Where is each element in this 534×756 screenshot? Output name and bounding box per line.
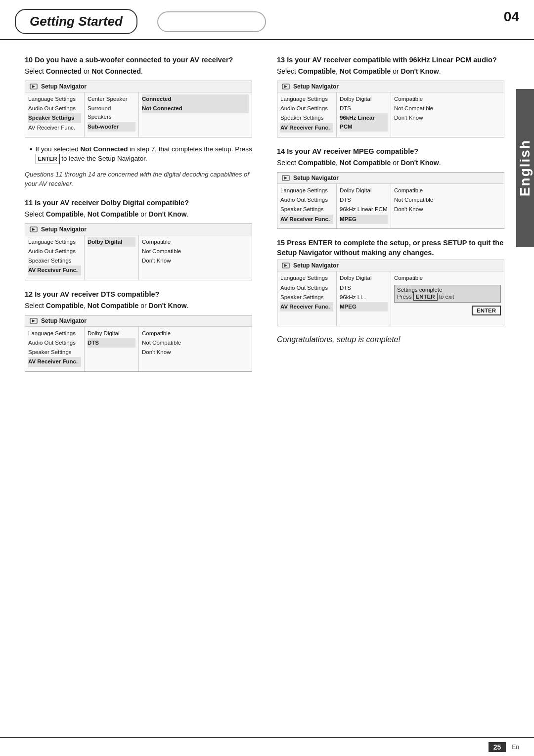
side-tab-label: English <box>517 139 533 196</box>
nav-box-10-body: Language Settings Audio Out Settings Spe… <box>25 92 252 137</box>
page-lang-en: En <box>512 744 519 751</box>
section-10: 10 Do you have a sub-woofer connected to… <box>25 55 252 189</box>
setup-navigator-icon <box>281 83 290 90</box>
nav-box-12-title: Setup Navigator <box>41 317 87 324</box>
nav-col1-13: Language Settings Audio Out Settings Spe… <box>277 92 337 137</box>
section-14: 14 Is your AV receiver MPEG compatible? … <box>277 146 504 229</box>
setup-navigator-icon <box>29 226 38 233</box>
section-10-note: Questions 11 through 14 are concerned wi… <box>25 170 252 189</box>
setup-navigator-icon <box>281 262 290 269</box>
nav-col1-11: Language Settings Audio Out Settings Spe… <box>25 235 85 280</box>
nav-row: Language Settings <box>28 94 81 104</box>
nav-box-11-body: Language Settings Audio Out Settings Spe… <box>25 235 252 280</box>
nav-col2-11: Dolby Digital <box>85 235 139 280</box>
nav-row: Speaker Settings <box>280 113 333 123</box>
section-10-subtext: Select Connected or Not Connected. <box>25 67 252 77</box>
nav-col3-12: Compatible Not Compatible Don't Know <box>139 327 252 371</box>
nav-box-10-title: Setup Navigator <box>41 83 87 90</box>
nav-box-14-body: Language Settings Audio Out Settings Spe… <box>277 184 504 228</box>
press-enter-text: Press ENTER to exit <box>397 293 498 301</box>
settings-complete-box: Settings complete Press ENTER to exit <box>394 285 501 303</box>
section-12: 12 Is your AV receiver DTS compatible? S… <box>25 289 252 372</box>
nav-row: Audio Out Settings <box>28 247 81 256</box>
section-11-subtext: Select Compatible, Not Compatible or Don… <box>25 210 252 220</box>
nav-box-13-body: Language Settings Audio Out Settings Spe… <box>277 92 504 137</box>
nav-row: Compatible <box>142 329 249 338</box>
enter-key-inline: ENTER <box>36 154 60 164</box>
nav-col2-15: Dolby Digital DTS 96kHz Li... MPEG <box>337 271 391 326</box>
nav-col1-15: Language Settings Audio Out Settings Spe… <box>277 271 337 326</box>
nav-box-13-header: Setup Navigator <box>277 81 504 92</box>
congratulations-text: Congratulations, setup is complete! <box>277 335 504 344</box>
nav-row: Speaker Settings <box>28 113 81 123</box>
nav-box-15: Setup Navigator Language Settings Audio … <box>277 260 504 326</box>
nav-row: Sub-woofer <box>88 122 135 132</box>
bullet-text: If you selected Not Connected in step 7,… <box>36 144 252 164</box>
svg-marker-1 <box>32 85 35 88</box>
nav-row: Not Compatible <box>394 195 501 205</box>
nav-col2-12: Dolby Digital DTS <box>85 327 139 371</box>
nav-col3-14: Compatible Not Compatible Don't Know <box>391 184 504 228</box>
nav-row: 96kHz Linear PCM <box>340 113 388 132</box>
nav-box-11-header: Setup Navigator <box>25 224 252 235</box>
left-column: 10 Do you have a sub-woofer connected to… <box>25 55 262 381</box>
nav-row: Dolby Digital <box>340 273 388 283</box>
nav-row: Speaker Settings <box>28 348 81 357</box>
nav-row: DTS <box>88 338 135 348</box>
nav-box-14: Setup Navigator Language Settings Audio … <box>277 172 504 229</box>
setup-navigator-icon <box>29 83 38 90</box>
nav-row: AV Receiver Func. <box>28 357 81 366</box>
nav-row: AV Receiver Func. <box>280 302 333 311</box>
nav-row: Speaker Settings <box>280 205 333 214</box>
nav-box-13-title: Setup Navigator <box>293 83 339 90</box>
nav-col2-14: Dolby Digital DTS 96kHz Linear PCM MPEG <box>337 184 391 228</box>
page-number-bottom: 25 <box>489 742 506 752</box>
main-content: 10 Do you have a sub-woofer connected to… <box>0 40 534 396</box>
nav-row: Not Compatible <box>142 338 249 348</box>
section-11: 11 Is your AV receiver Dolby Digital com… <box>25 198 252 280</box>
nav-row: MPEG <box>340 302 388 311</box>
svg-marker-7 <box>284 85 287 88</box>
nav-row: Compatible <box>394 186 501 195</box>
header-subtitle-box <box>157 11 266 32</box>
setup-navigator-icon <box>29 317 38 324</box>
nav-row: MPEG <box>340 215 388 224</box>
nav-row: Language Settings <box>280 273 333 283</box>
svg-marker-11 <box>284 264 287 267</box>
bullet-dot: • <box>30 144 33 164</box>
nav-row: Not Compatible <box>394 104 501 113</box>
nav-col3-15: Compatible Settings complete Press ENTER… <box>391 271 504 326</box>
nav-col1-14: Language Settings Audio Out Settings Spe… <box>277 184 337 228</box>
nav-row: 96kHz Li... <box>340 293 388 302</box>
nav-row: Not Compatible <box>142 247 249 256</box>
nav-box-12-body: Language Settings Audio Out Settings Spe… <box>25 327 252 371</box>
settings-complete-text: Settings complete <box>397 287 498 293</box>
section-14-subtext: Select Compatible, Not Compatible or Don… <box>277 158 504 168</box>
nav-row: AV Receiver Func. <box>280 215 333 224</box>
nav-row: Not Connected <box>142 104 249 113</box>
nav-col1-10: Language Settings Audio Out Settings Spe… <box>25 92 85 137</box>
section-14-heading: 14 Is your AV receiver MPEG compatible? <box>277 146 504 156</box>
nav-row: Audio Out Settings <box>280 195 333 205</box>
bottom-bar: 25 En <box>0 737 534 756</box>
header-page-number: 04 <box>504 9 519 25</box>
nav-row: DTS <box>340 283 388 293</box>
nav-row: 96kHz Linear PCM <box>340 205 388 214</box>
nav-row: Language Settings <box>28 237 81 247</box>
nav-box-10: Setup Navigator Language Settings Audio … <box>25 81 252 137</box>
nav-box-14-header: Setup Navigator <box>277 173 504 184</box>
nav-row: Surround Speakers <box>88 104 135 122</box>
nav-row: Compatible <box>394 94 501 104</box>
nav-row: Don't Know <box>142 348 249 357</box>
nav-row: Audio Out Settings <box>28 338 81 348</box>
enter-button[interactable]: ENTER <box>472 306 501 315</box>
nav-row: Language Settings <box>28 329 81 338</box>
nav-row: Compatible <box>394 273 501 283</box>
svg-marker-5 <box>32 319 35 322</box>
section-11-heading: 11 Is your AV receiver Dolby Digital com… <box>25 198 252 208</box>
enter-button-area: ENTER <box>394 306 501 315</box>
nav-col3-11: Compatible Not Compatible Don't Know <box>139 235 252 280</box>
nav-row: Speaker Settings <box>280 293 333 302</box>
section-10-bullet: • If you selected Not Connected in step … <box>25 144 252 164</box>
svg-marker-9 <box>284 177 287 179</box>
